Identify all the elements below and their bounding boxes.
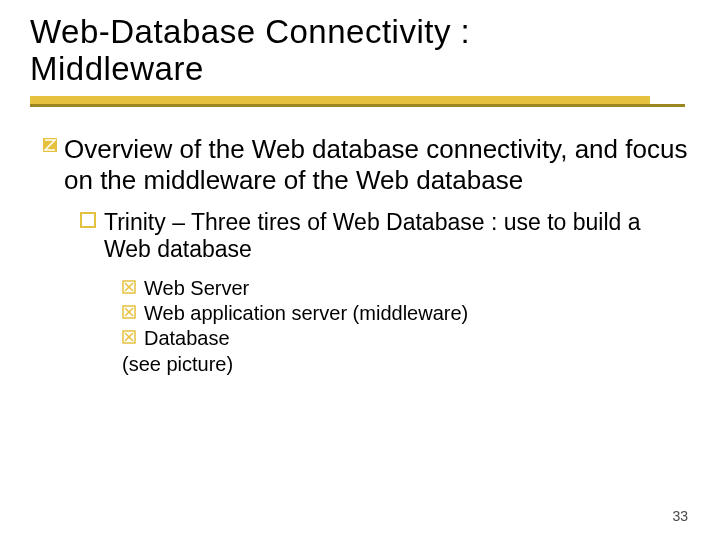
bullet-y-icon [80, 209, 102, 232]
title-block: Web-Database Connectivity : Middleware [30, 14, 690, 88]
underline-olive [30, 104, 685, 107]
slide-title-line1: Web-Database Connectivity : [30, 14, 690, 51]
bullet-level2: Trinity – Three tires of Web Database : … [80, 209, 690, 263]
bullet-x-icon [122, 326, 142, 347]
list-item: Web application server (middleware) [122, 301, 690, 325]
list-item: Web Server [122, 276, 690, 300]
list-item: Overview of the Web database connectivit… [42, 134, 690, 195]
slide-title-line2: Middleware [30, 51, 690, 88]
slide: Web-Database Connectivity : Middleware O… [0, 0, 720, 540]
bullet-z-icon [42, 134, 62, 159]
bullet-l2-text: Trinity – Three tires of Web Database : … [104, 209, 690, 263]
page-number: 33 [672, 508, 688, 524]
svg-rect-1 [81, 213, 95, 227]
bullet-l1-text: Overview of the Web database connectivit… [64, 134, 690, 195]
bullet-x-icon [122, 301, 142, 322]
list-item: Trinity – Three tires of Web Database : … [80, 209, 690, 263]
list-item: Database [122, 326, 690, 350]
bullet-level1: Overview of the Web database connectivit… [42, 134, 690, 195]
bullet-l3-text-2: Database [144, 326, 690, 350]
bullet-level3: Web Server Web application server (middl… [122, 276, 690, 351]
bullet-x-icon [122, 276, 142, 297]
bullet-l3-text-0: Web Server [144, 276, 690, 300]
title-underline [30, 94, 690, 110]
bullet-l3-plain: (see picture) [122, 352, 690, 376]
bullet-l3-text-1: Web application server (middleware) [144, 301, 690, 325]
